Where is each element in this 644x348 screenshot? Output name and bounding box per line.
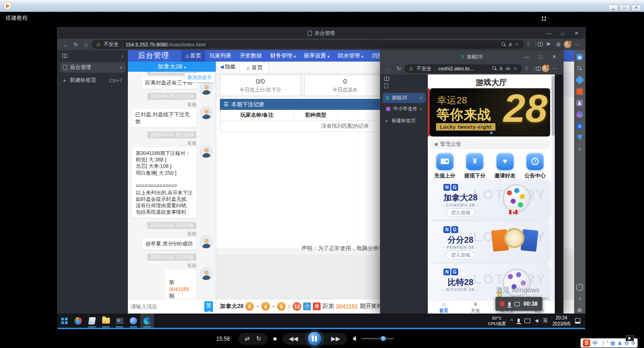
- fast-forward-button[interactable]: ▶▶: [331, 335, 340, 342]
- sogou-logo-icon[interactable]: S: [583, 339, 590, 347]
- home-button[interactable]: [81, 41, 91, 48]
- start-button[interactable]: [58, 314, 71, 328]
- game-card-fenfen28[interactable]: LOTTERY NG 分分28 - FENFEN 28 - 进入游戏: [430, 222, 550, 262]
- taskbar-edge[interactable]: [140, 314, 154, 328]
- nav-recharge[interactable]: ¥充值: [460, 301, 491, 314]
- tray-microphone-icon[interactable]: [518, 319, 520, 323]
- taskbar-snipping-tool[interactable]: [113, 314, 126, 328]
- tab-home[interactable]: 首页: [240, 62, 269, 73]
- scrollbar-thumb[interactable]: [552, 76, 555, 136]
- search-icon[interactable]: [501, 42, 506, 47]
- carousel-dot[interactable]: [490, 131, 493, 134]
- taskbar-file-explorer[interactable]: [99, 314, 113, 328]
- player-titlebar[interactable]: ▁▢✕: [0, 0, 644, 12]
- minimize-button[interactable]: ▁: [608, 5, 618, 11]
- recharge-button[interactable]: 充值上分: [430, 153, 460, 179]
- new-tab-button[interactable]: + 新建标签页 Ctrl+T: [58, 74, 128, 87]
- scrollbar-track[interactable]: [552, 74, 555, 314]
- menu-item-home[interactable]: 首页: [181, 50, 205, 62]
- admin-tab-title[interactable]: 后台管理: [315, 30, 335, 37]
- close-button[interactable]: ✕: [547, 54, 561, 60]
- input-language-indicator[interactable]: 英: [543, 317, 548, 324]
- chinese-mode-icon[interactable]: 中: [592, 340, 598, 347]
- enter-game-button[interactable]: 进入游戏: [446, 251, 475, 259]
- favorites-icon[interactable]: [544, 41, 553, 48]
- record-stop-icon[interactable]: [500, 302, 505, 306]
- profile-avatar[interactable]: [564, 41, 571, 48]
- extensions-icon[interactable]: [554, 41, 563, 48]
- screen-recorder-bar[interactable]: 00:38: [495, 297, 542, 311]
- withdraw-button[interactable]: ¥提现下分: [460, 153, 490, 179]
- menu-item-odds[interactable]: 赔率设置: [300, 50, 334, 62]
- maximize-button[interactable]: □: [534, 54, 547, 59]
- notifications-bell-icon[interactable]: ◉: [576, 54, 583, 60]
- back-button[interactable]: [61, 41, 70, 48]
- punctuation-icon[interactable]: ’: [607, 340, 608, 346]
- more-menu-icon[interactable]: [572, 41, 581, 48]
- notice-center-button[interactable]: !公告中心: [520, 153, 551, 179]
- shuffle-button[interactable]: ⇄: [245, 335, 250, 342]
- chat-message-list[interactable]: 新消息提示 2023-09-05 20:17:29 距离封盘还有三十秒 2023…: [128, 72, 216, 299]
- volume-icon[interactable]: [535, 319, 538, 323]
- nav-home[interactable]: ⌂首页: [428, 301, 460, 314]
- invite-button[interactable]: ♥邀请好友: [490, 153, 520, 179]
- hide-tab-button[interactable]: ◀隐藏: [220, 63, 235, 70]
- pause-button[interactable]: [306, 331, 323, 347]
- close-tab-icon[interactable]: ×: [420, 95, 422, 101]
- designer-wheel-icon[interactable]: [576, 111, 583, 118]
- tab-item-admin[interactable]: 后台管理 ×: [60, 62, 126, 73]
- reading-list-icon[interactable]: [536, 67, 541, 71]
- copilot-icon[interactable]: ☾: [523, 65, 532, 72]
- repeat-button[interactable]: ↻: [256, 335, 261, 342]
- search-icon[interactable]: [492, 66, 497, 71]
- back-button[interactable]: [384, 65, 393, 72]
- image-tool-icon[interactable]: [576, 284, 583, 291]
- add-sidebar-icon[interactable]: +: [576, 146, 583, 152]
- menu-item-players[interactable]: 玩家列表: [205, 50, 236, 62]
- maximize-button[interactable]: □: [556, 30, 569, 36]
- tab-list-icon[interactable]: [62, 54, 67, 58]
- copilot-icon[interactable]: ☾: [525, 41, 534, 48]
- favorite-star-icon[interactable]: [513, 66, 518, 72]
- halfmoon-icon[interactable]: ☽: [600, 340, 604, 346]
- tags-icon[interactable]: [575, 75, 584, 85]
- read-aloud-icon[interactable]: A: [500, 66, 503, 71]
- taskbar-notepad[interactable]: [85, 314, 99, 328]
- mute-button[interactable]: [352, 337, 356, 341]
- new-tab-button[interactable]: + 新建标签页: [380, 115, 428, 127]
- tab-item-essay-site[interactable]: 中小学生作文网 ×: [383, 104, 426, 114]
- tab-list-icon[interactable]: [384, 77, 389, 81]
- action-center-icon[interactable]: [575, 318, 581, 324]
- video-menu-icon[interactable]: ←: [542, 17, 550, 21]
- promo-banner[interactable]: 幸运28 等你来战 Lucky twenty-eight 28: [430, 88, 550, 137]
- tab-item-qijian28[interactable]: V 旗舰28 ×: [383, 93, 426, 103]
- soft-keyboard-icon[interactable]: ▦: [610, 340, 615, 346]
- more-menu-icon[interactable]: [550, 65, 559, 72]
- chat-room-header[interactable]: 加拿大28: [128, 62, 216, 72]
- minimize-button[interactable]: —: [542, 30, 556, 36]
- expand-arrow-box[interactable]: [626, 335, 634, 341]
- game-tab-title[interactable]: 旗舰28: [467, 53, 483, 60]
- clock-widget[interactable]: 20:242023/9/5: [552, 315, 570, 327]
- maximize-button[interactable]: ▢: [620, 5, 630, 11]
- screen-icon[interactable]: [514, 302, 520, 306]
- game-card-canada28[interactable]: LOTTERY NG 加拿大28 - CANADA 28 - 进入游戏: [430, 179, 550, 220]
- menu-item-finance[interactable]: 财务管理: [266, 50, 300, 62]
- person-icon[interactable]: ♟: [617, 340, 622, 346]
- toolbox-icon[interactable]: [576, 88, 583, 95]
- close-tab-icon[interactable]: ×: [420, 106, 422, 112]
- outlook-icon[interactable]: o: [576, 123, 583, 129]
- close-tab-icon[interactable]: ×: [119, 65, 122, 70]
- people-icon[interactable]: ♟: [576, 100, 583, 106]
- tray-expand-icon[interactable]: ^: [511, 318, 513, 324]
- chat-input[interactable]: [131, 304, 201, 309]
- game-address-bar[interactable]: 不安全 | ceshi2.ates.to... A ab: [404, 64, 522, 73]
- announcement-bar[interactable]: 暂无公告: [430, 139, 550, 149]
- reading-list-icon[interactable]: [538, 42, 543, 46]
- refresh-button[interactable]: [71, 41, 80, 48]
- minimize-button[interactable]: —: [520, 54, 534, 59]
- microphone-icon[interactable]: [508, 302, 511, 306]
- taskbar-chrome[interactable]: [71, 314, 85, 328]
- sidebar-settings-gear-icon[interactable]: ⚙: [576, 307, 583, 314]
- new-message-button[interactable]: 新消息提示: [184, 73, 215, 82]
